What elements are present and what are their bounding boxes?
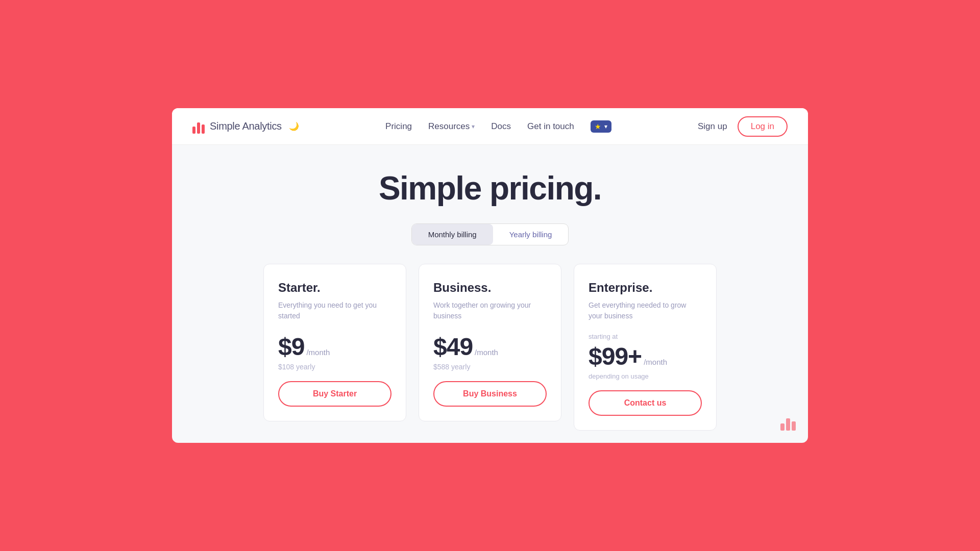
nav-get-in-touch[interactable]: Get in touch (527, 121, 574, 132)
eu-stars-icon: ★ (595, 122, 601, 131)
enterprise-card: Enterprise. Get everything needed to gro… (574, 264, 717, 431)
logo-bar-1 (192, 127, 195, 134)
business-card: Business. Work together on growing your … (419, 264, 561, 421)
logo-bar-3 (202, 124, 205, 134)
resources-dropdown-arrow: ▾ (472, 123, 475, 130)
enterprise-price: $99+ (589, 342, 642, 370)
nav-resources[interactable]: Resources ▾ (428, 121, 475, 132)
business-period: /month (475, 348, 498, 357)
business-price-row: $49 /month (433, 333, 547, 361)
pricing-cards: Starter. Everything you need to get you … (263, 264, 717, 431)
enterprise-period: /month (644, 358, 667, 366)
eu-dropdown-arrow: ▾ (604, 123, 607, 130)
bb-bar-1 (780, 423, 785, 431)
starter-description: Everything you need to get you started (278, 300, 391, 321)
enterprise-plan-name: Enterprise. (589, 281, 702, 295)
enterprise-description: Get everything needed to grow your busin… (589, 300, 702, 321)
navbar-logo-area: Simple Analytics 🌙 (192, 119, 299, 134)
starter-price-row: $9 /month (278, 333, 391, 361)
page-title: Simple pricing. (379, 169, 601, 207)
navbar: Simple Analytics 🌙 Pricing Resources ▾ D… (172, 108, 808, 145)
starter-yearly: $108 yearly (278, 363, 391, 371)
enterprise-depending: depending on usage (589, 372, 702, 380)
contact-us-button[interactable]: Contact us (589, 390, 702, 416)
buy-business-button[interactable]: Buy Business (433, 381, 547, 407)
page-wrapper: Simple Analytics 🌙 Pricing Resources ▾ D… (0, 0, 980, 551)
main-card: Simple Analytics 🌙 Pricing Resources ▾ D… (172, 108, 808, 443)
enterprise-starting-at: starting at (589, 333, 702, 340)
business-description: Work together on growing your business (433, 300, 547, 321)
starter-period: /month (306, 348, 330, 357)
billing-toggle: Monthly billing Yearly billing (411, 223, 569, 245)
business-yearly: $588 yearly (433, 363, 547, 371)
buy-starter-button[interactable]: Buy Starter (278, 381, 391, 407)
dark-mode-icon: 🌙 (289, 121, 299, 131)
enterprise-price-row: $99+ /month (589, 342, 702, 370)
logo-bar-2 (197, 122, 200, 134)
nav-pricing[interactable]: Pricing (385, 121, 412, 132)
business-plan-name: Business. (433, 281, 547, 295)
navbar-right: Sign up Log in (698, 116, 788, 137)
starter-price: $9 (278, 333, 304, 361)
log-in-button[interactable]: Log in (738, 116, 788, 137)
logo-icon (192, 119, 205, 134)
brand-name: Simple Analytics (210, 120, 282, 132)
bottom-bar-icon (780, 418, 796, 431)
yearly-billing-option[interactable]: Yearly billing (493, 224, 569, 245)
starter-card: Starter. Everything you need to get you … (263, 264, 406, 421)
nav-docs[interactable]: Docs (491, 121, 511, 132)
navbar-nav: Pricing Resources ▾ Docs Get in touch ★ … (385, 120, 611, 133)
bb-bar-3 (792, 421, 796, 431)
starter-plan-name: Starter. (278, 281, 391, 295)
bb-bar-2 (786, 418, 790, 431)
sign-up-link[interactable]: Sign up (698, 121, 727, 132)
business-price: $49 (433, 333, 473, 361)
main-content: Simple pricing. Monthly billing Yearly b… (172, 145, 808, 443)
eu-flag-button[interactable]: ★ ▾ (591, 120, 611, 133)
monthly-billing-option[interactable]: Monthly billing (412, 224, 493, 245)
